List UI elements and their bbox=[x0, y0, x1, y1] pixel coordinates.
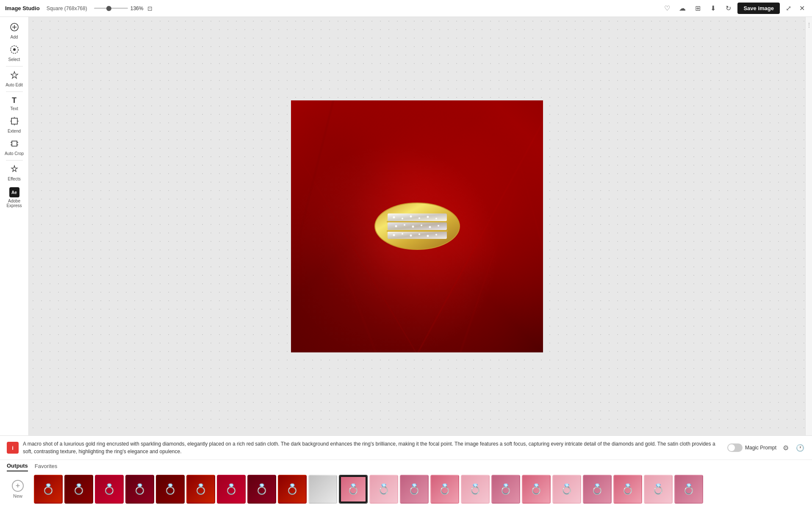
svg-rect-18 bbox=[388, 213, 447, 221]
prompt-settings-icon[interactable]: ⚙ bbox=[781, 443, 791, 453]
thumb-2[interactable]: 💍 bbox=[64, 475, 93, 504]
thumb-10[interactable] bbox=[308, 475, 337, 504]
svg-point-40 bbox=[435, 234, 437, 235]
svg-point-30 bbox=[404, 224, 405, 226]
thumb-7-img: 💍 bbox=[218, 476, 245, 503]
svg-point-4 bbox=[13, 48, 16, 51]
svg-line-44 bbox=[503, 100, 543, 249]
sidebar-item-auto-crop[interactable]: Auto Crop bbox=[2, 137, 27, 158]
minimize-icon[interactable]: ⤢ bbox=[783, 3, 793, 14]
sidebar-item-adobe-express[interactable]: Ae Adobe Express bbox=[2, 185, 27, 211]
thumb-18[interactable]: 💍 bbox=[552, 475, 581, 504]
thumb-9[interactable]: 💍 bbox=[278, 475, 307, 504]
prompt-icon: i bbox=[7, 442, 19, 454]
thumb-21[interactable]: 💍 bbox=[644, 475, 673, 504]
sidebar-item-auto-edit-label: Auto Edit bbox=[6, 83, 23, 87]
svg-rect-22 bbox=[387, 230, 448, 232]
thumb-11-img: 💍 bbox=[340, 476, 367, 503]
thumb-16[interactable]: 💍 bbox=[491, 475, 520, 504]
thumb-21-img: 💍 bbox=[645, 476, 672, 503]
thumb-8[interactable]: 💍 bbox=[247, 475, 276, 504]
sidebar-item-auto-crop-label: Auto Crop bbox=[5, 151, 24, 156]
save-button[interactable]: Save image bbox=[737, 3, 780, 14]
thumb-4[interactable]: 💍 bbox=[125, 475, 154, 504]
canvas-image bbox=[291, 100, 543, 352]
new-generation-button[interactable]: + New bbox=[3, 475, 32, 504]
svg-rect-11 bbox=[12, 141, 17, 146]
sidebar-item-text[interactable]: T Text bbox=[2, 94, 27, 114]
left-sidebar: Add Select Auto Edit T Text bbox=[0, 17, 29, 435]
sidebar-item-add[interactable]: Add bbox=[2, 20, 27, 42]
svg-point-39 bbox=[427, 235, 429, 237]
zoom-percent: 136% bbox=[130, 6, 144, 11]
thumb-13[interactable]: 💍 bbox=[400, 475, 429, 504]
thumb-1[interactable]: 💍 bbox=[34, 475, 63, 504]
thumb-2-img: 💍 bbox=[65, 476, 92, 503]
right-panel: ⋮ bbox=[805, 17, 812, 435]
magic-prompt-toggle[interactable] bbox=[727, 443, 743, 452]
svg-marker-5 bbox=[11, 72, 18, 78]
sidebar-item-add-label: Add bbox=[11, 35, 18, 39]
thumb-7[interactable]: 💍 bbox=[217, 475, 246, 504]
thumb-15[interactable]: 💍 bbox=[461, 475, 490, 504]
svg-point-25 bbox=[410, 216, 412, 218]
thumb-15-img: 💍 bbox=[462, 476, 489, 503]
new-plus-icon: + bbox=[12, 480, 24, 492]
fullscreen-icon[interactable]: ⊞ bbox=[692, 3, 704, 14]
sidebar-item-auto-edit[interactable]: Auto Edit bbox=[2, 68, 27, 90]
auto-crop-icon bbox=[10, 139, 19, 150]
thumb-19-img: 💍 bbox=[584, 476, 611, 503]
ring-container bbox=[371, 197, 464, 256]
tab-favorites[interactable]: Favorites bbox=[35, 463, 57, 471]
ring-svg bbox=[371, 197, 464, 256]
svg-point-23 bbox=[393, 216, 395, 219]
download-icon[interactable]: ⬇ bbox=[707, 3, 719, 14]
sidebar-item-effects-label: Effects bbox=[8, 177, 20, 181]
thumb-13-img: 💍 bbox=[401, 476, 428, 503]
thumb-12[interactable]: 💍 bbox=[369, 475, 398, 504]
sidebar-item-effects[interactable]: Effects bbox=[2, 162, 27, 184]
refresh-icon[interactable]: ↻ bbox=[722, 3, 734, 14]
panel-toggle-icon[interactable]: ⋮ bbox=[806, 22, 812, 28]
sidebar-item-extend[interactable]: Extend bbox=[2, 114, 27, 136]
svg-point-28 bbox=[435, 218, 437, 219]
thumb-4-img: 💍 bbox=[126, 476, 153, 503]
thumb-6[interactable]: 💍 bbox=[186, 475, 215, 504]
prompt-icon-label: i bbox=[12, 445, 14, 451]
thumb-14[interactable]: 💍 bbox=[430, 475, 459, 504]
thumb-6-img: 💍 bbox=[187, 476, 214, 503]
thumb-11[interactable]: 💍 bbox=[339, 475, 368, 504]
thumb-17[interactable]: 💍 bbox=[522, 475, 551, 504]
svg-rect-6 bbox=[11, 118, 17, 124]
close-icon[interactable]: ✕ bbox=[797, 3, 807, 14]
svg-point-29 bbox=[395, 225, 397, 227]
svg-rect-21 bbox=[387, 221, 448, 222]
effects-icon bbox=[10, 165, 19, 175]
magic-prompt-label: Magic Prompt bbox=[745, 445, 776, 451]
topbar: Image Studio Square (768x768) 136% ⊡ ♡ ☁… bbox=[0, 0, 812, 17]
thumb-18-img: 💍 bbox=[553, 476, 580, 503]
sidebar-item-select[interactable]: Select bbox=[2, 43, 27, 64]
svg-point-32 bbox=[421, 224, 422, 226]
sidebar-divider-2 bbox=[6, 91, 23, 92]
svg-point-36 bbox=[402, 233, 403, 235]
canvas-area[interactable] bbox=[29, 17, 805, 435]
zoom-slider[interactable] bbox=[94, 8, 128, 9]
prompt-bar: i A macro shot of a luxurious gold ring … bbox=[0, 436, 812, 460]
thumb-5[interactable]: 💍 bbox=[156, 475, 185, 504]
prompt-history-icon[interactable]: 🕐 bbox=[795, 443, 805, 453]
feedback-icon[interactable]: ☁ bbox=[676, 3, 688, 14]
svg-point-37 bbox=[410, 235, 412, 237]
thumb-19[interactable]: 💍 bbox=[583, 475, 612, 504]
thumb-3[interactable]: 💍 bbox=[95, 475, 124, 504]
prompt-text[interactable]: A macro shot of a luxurious gold ring en… bbox=[23, 440, 723, 455]
thumb-8-img: 💍 bbox=[248, 476, 275, 503]
tab-outputs[interactable]: Outputs bbox=[7, 463, 28, 471]
favorite-icon[interactable]: ♡ bbox=[661, 3, 673, 14]
fit-icon[interactable]: ⊡ bbox=[146, 4, 154, 13]
thumb-22[interactable]: 💍 bbox=[674, 475, 703, 504]
thumb-20[interactable]: 💍 bbox=[613, 475, 642, 504]
new-label: New bbox=[13, 493, 22, 499]
zoom-area: 136% ⊡ bbox=[94, 4, 155, 13]
thumb-5-img: 💍 bbox=[157, 476, 184, 503]
